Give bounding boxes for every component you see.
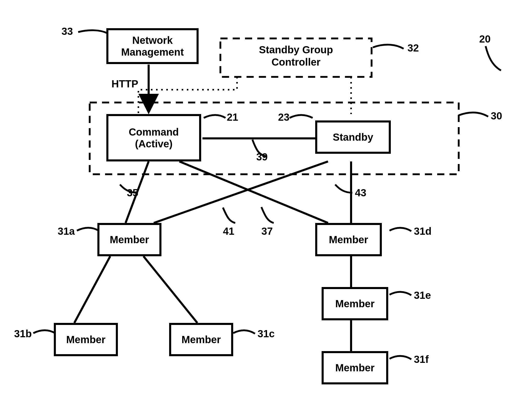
node-member-31b: Member [54,323,118,356]
hook-43 [335,185,352,193]
ref-31c: 31c [258,328,275,340]
node-label: Member [335,362,374,374]
ref-31a: 31a [58,226,75,237]
hook-31c [233,330,255,334]
node-label: Standby [333,131,373,143]
hook-31e [390,292,411,295]
label-http: HTTP [111,78,138,90]
node-label: Member [66,334,105,345]
ref-35: 35 [127,187,138,199]
ref-23: 23 [278,111,290,123]
ref-31e: 31e [414,290,431,301]
node-command-active: Command(Active) [106,114,201,161]
ref-37: 37 [261,226,273,237]
ref-32: 32 [407,42,419,54]
node-label: Member [110,234,149,246]
node-label: Member [335,298,374,310]
link-cmd-31d [179,161,328,223]
hook-41 [223,208,235,223]
ref-20: 20 [479,33,491,45]
ref-41: 41 [223,226,234,237]
node-label: Member [329,234,368,246]
dotted-leader-left [138,77,237,114]
link-31a-31b [74,256,110,323]
hook-33 [78,30,108,33]
ref-31d: 31d [414,226,432,237]
node-standby: Standby [315,120,391,154]
hook-30 [459,113,488,117]
ref-31b: 31b [14,328,32,340]
hook-20 [486,46,501,70]
hook-31f [390,356,411,359]
ref-21: 21 [227,111,238,123]
node-network-management: NetworkManagement [106,28,199,64]
ref-43: 43 [355,187,366,199]
node-member-31f: Member [322,351,388,384]
ref-31f: 31f [414,354,429,365]
group-32-title: Standby GroupController [236,44,356,68]
node-member-31d: Member [315,223,382,256]
hook-21 [204,115,226,118]
link-stb-31a [154,161,328,223]
node-label: NetworkManagement [121,34,184,58]
ref-30: 30 [491,110,502,122]
hook-32 [373,45,404,49]
link-31a-31c [144,256,197,323]
hook-37 [261,207,274,223]
node-member-31c: Member [169,323,233,356]
diagram-stage: NetworkManagement Command(Active) Standb… [0,0,532,409]
node-member-31a: Member [97,223,161,256]
ref-33: 33 [62,26,73,37]
hook-31d [390,228,411,231]
hook-31b [33,330,55,333]
node-label: Command(Active) [129,126,179,150]
node-label: Member [181,334,221,345]
node-member-31e: Member [322,287,388,320]
hook-23 [290,115,313,118]
hook-31a [77,228,99,231]
ref-39: 39 [256,151,268,163]
